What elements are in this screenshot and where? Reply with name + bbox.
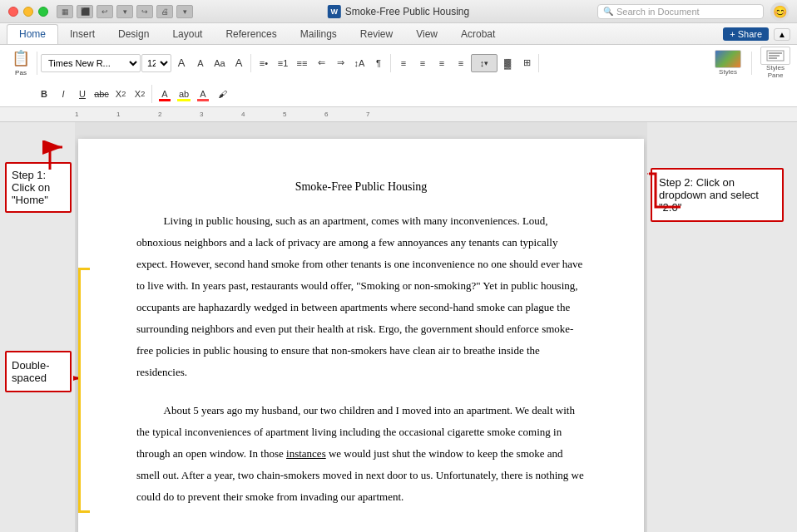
shading-button[interactable]: ▓ <box>498 54 517 72</box>
toolbar-row1: 📋 Pas Times New R... 12 A A Aa A ≡• ≡1 ≡… <box>0 45 797 81</box>
document-scroll-area[interactable]: Smoke-Free Public Housing Living in publ… <box>75 122 647 532</box>
close-button[interactable] <box>8 7 18 17</box>
ribbon-collapse-button[interactable]: ▲ <box>774 28 790 41</box>
align-group: ≡ ≡ ≡ ≡ ↕ ▾ ▓ ⊞ <box>392 54 539 72</box>
document-title: Smoke-Free Public Housing <box>136 180 586 194</box>
tab-mailings[interactable]: Mailings <box>289 25 349 44</box>
highlight-button[interactable]: ab <box>175 85 193 103</box>
paste-icon: 📋 <box>12 49 30 67</box>
shrink-font-button[interactable]: A <box>191 54 210 72</box>
step2-arrow <box>647 157 780 226</box>
sidebar-toggle-icon[interactable]: ▦ <box>57 5 73 18</box>
styles-pane-label: StylesPane <box>766 65 785 80</box>
styles-color-icon <box>715 50 741 68</box>
search-icon: 🔍 <box>603 7 613 16</box>
titlebar-right: 🔍 Search in Document 😊 <box>597 2 789 21</box>
undo-dropdown-icon[interactable]: ▾ <box>116 5 133 18</box>
strikethrough-button[interactable]: abc <box>92 85 111 103</box>
subscript-button[interactable]: X2 <box>111 85 130 103</box>
tab-home[interactable]: Home <box>7 24 58 44</box>
left-panel: Step 1: Click on "Home" Double-spaced <box>0 122 75 532</box>
italic-button[interactable]: I <box>54 85 72 103</box>
font-size-select[interactable]: 12 <box>141 54 171 72</box>
customize-icon[interactable]: ▾ <box>176 5 193 18</box>
undo-icon[interactable]: ↩ <box>97 5 113 18</box>
tab-layout[interactable]: Layout <box>161 25 214 44</box>
align-left-button[interactable]: ≡ <box>394 54 413 72</box>
font-color-bar <box>197 99 209 101</box>
decrease-indent-button[interactable]: ⇐ <box>312 54 330 72</box>
sort-button[interactable]: ↕A <box>350 54 369 72</box>
traffic-lights <box>8 7 48 17</box>
paste-label: Pas <box>15 69 27 76</box>
share-button[interactable]: + Share <box>723 27 769 41</box>
clear-format-button[interactable]: A <box>230 54 248 72</box>
line-spacing-dropdown[interactable]: ↕ ▾ <box>471 54 498 72</box>
styles-icon-label: Styles <box>719 68 737 76</box>
increase-indent-button[interactable]: ⇒ <box>331 54 349 72</box>
tab-insert[interactable]: Insert <box>58 25 106 44</box>
underlined-instances: instances <box>286 447 326 460</box>
superscript-button[interactable]: X2 <box>131 85 149 103</box>
styles-area: Styles StylesPane <box>715 47 792 80</box>
tab-view[interactable]: View <box>404 25 449 44</box>
print-icon[interactable]: ⬛ <box>77 5 93 18</box>
step1-arrow <box>33 140 75 176</box>
print2-icon[interactable]: 🖨 <box>156 5 173 18</box>
spacing-dropdown-arrow: ▾ <box>484 59 488 67</box>
search-box[interactable]: 🔍 Search in Document <box>597 4 764 19</box>
paste-button[interactable]: 📋 Pas <box>7 52 34 75</box>
toolbar-row2: B I U abc X2 X2 A ab A 🖌 <box>0 81 797 106</box>
yellow-highlight-bar <box>78 268 90 513</box>
highlight-bar <box>177 99 191 101</box>
underline-button[interactable]: U <box>73 85 92 103</box>
align-right-button[interactable]: ≡ <box>433 54 451 72</box>
main-area: Step 1: Click on "Home" Double-spaced Sm… <box>0 122 797 532</box>
styles-pane-icon <box>760 47 790 65</box>
ruler: 1 1 2 3 4 5 6 7 <box>0 107 797 122</box>
document-title: Smoke-Free Public Housing <box>345 6 469 17</box>
clipboard-group: 📋 Pas <box>5 52 37 75</box>
font-color-a: A <box>200 89 205 99</box>
ruler-inner: 1 1 2 3 4 5 6 7 <box>75 107 797 121</box>
toolbar-area: 📋 Pas Times New R... 12 A A Aa A ≡• ≡1 ≡… <box>0 45 797 107</box>
minimize-button[interactable] <box>23 7 33 17</box>
styles-icon-group[interactable]: Styles <box>715 50 741 76</box>
styles-pane-button[interactable]: StylesPane <box>759 47 792 80</box>
tab-references[interactable]: References <box>214 25 288 44</box>
bullets-button[interactable]: ≡• <box>255 54 273 72</box>
double-spaced-annotation: Double-spaced <box>5 351 72 392</box>
font-color-button[interactable]: A <box>194 85 212 103</box>
text-color-button[interactable]: A <box>156 85 174 103</box>
bold-button[interactable]: B <box>35 85 53 103</box>
titlebar-icons: ▦ ⬛ ↩ ▾ ↪ 🖨 ▾ <box>57 5 193 18</box>
change-case-button[interactable]: Aa <box>210 54 229 72</box>
multilevel-list-button[interactable]: ≡≡ <box>293 54 311 72</box>
search-placeholder[interactable]: Search in Document <box>616 7 758 17</box>
format-group: ≡• ≡1 ≡≡ ⇐ ⇒ ↕A ¶ <box>252 54 391 72</box>
paragraph-2: About 5 years ago my husband, our two ch… <box>136 400 586 508</box>
divider <box>751 52 752 75</box>
tab-acrobat[interactable]: Acrobat <box>449 25 507 44</box>
ribbon-right-actions: + Share ▲ <box>723 27 790 44</box>
borders-button[interactable]: ⊞ <box>517 54 536 72</box>
format-painter-button[interactable]: 🖌 <box>213 85 231 103</box>
redo-icon[interactable]: ↪ <box>136 5 153 18</box>
font-name-select[interactable]: Times New R... <box>41 54 141 72</box>
tab-review[interactable]: Review <box>349 25 404 44</box>
numbered-list-button[interactable]: ≡1 <box>274 54 292 72</box>
text-color-icon: A <box>161 89 167 99</box>
justify-button[interactable]: ≡ <box>452 54 470 72</box>
tab-design[interactable]: Design <box>106 25 161 44</box>
grow-font-button[interactable]: A <box>172 54 191 72</box>
highlight-icon: ab <box>179 89 189 99</box>
show-paragraph-button[interactable]: ¶ <box>369 54 388 72</box>
word-logo: W <box>328 5 341 18</box>
maximize-button[interactable] <box>38 7 48 17</box>
align-center-button[interactable]: ≡ <box>413 54 432 72</box>
text-color-bar <box>159 99 171 101</box>
titlebar: ▦ ⬛ ↩ ▾ ↪ 🖨 ▾ W Smoke-Free Public Housin… <box>0 0 797 23</box>
ribbon-tabs: Home Insert Design Layout References Mai… <box>0 23 797 45</box>
user-avatar[interactable]: 😊 <box>770 2 789 21</box>
document-page: Smoke-Free Public Housing Living in publ… <box>78 139 644 532</box>
